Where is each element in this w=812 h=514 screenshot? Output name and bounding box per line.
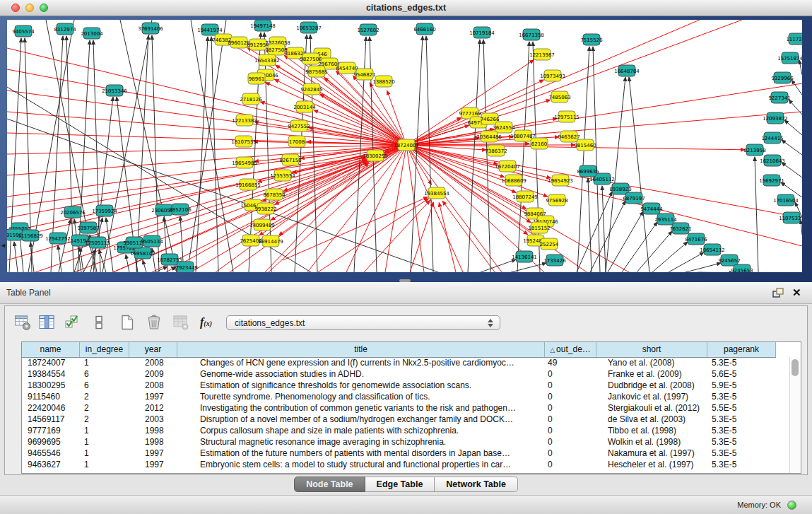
network-node[interactable]: 9405574	[12, 25, 35, 37]
left-splitter-collapse-icon[interactable]: ◄	[0, 241, 7, 250]
network-node[interactable]: 9938222	[254, 203, 276, 214]
network-node[interactable]: 7515526	[580, 34, 603, 45]
network-node[interactable]: 10654112	[700, 244, 725, 255]
column-header-name[interactable]: name	[22, 342, 80, 357]
network-node[interactable]: 8427552	[288, 120, 310, 132]
tab-network-table[interactable]: Network Table	[435, 477, 518, 492]
network-node[interactable]: 12093872	[763, 112, 788, 124]
network-node[interactable]: 19654923	[548, 175, 573, 186]
column-header-year[interactable]: year	[129, 342, 177, 357]
table-row[interactable]: 1830029562008Estimation of significance …	[22, 380, 789, 391]
network-node[interactable]: 9875685	[305, 66, 327, 77]
network-node[interactable]: 37691406	[138, 23, 163, 34]
network-node[interactable]: 16914479	[258, 235, 283, 247]
column-header-pagerank[interactable]: pagerank	[707, 342, 776, 357]
network-node[interactable]: 7632621	[669, 223, 691, 234]
network-node[interactable]: 19654985	[232, 157, 257, 168]
network-node[interactable]: 16543382	[254, 54, 280, 66]
column-header-out_de[interactable]: △out_de…	[545, 342, 596, 357]
function-builder-button[interactable]: f(x)	[200, 316, 212, 329]
table-row[interactable]: 911546021997Tourette syndrome. Phenomeno…	[22, 391, 789, 402]
network-node[interactable]: 2718126	[240, 93, 262, 105]
float-panel-icon[interactable]	[772, 287, 784, 298]
network-node[interactable]: 9756928	[546, 194, 567, 206]
table-selector[interactable]: citations_edges.txt	[226, 315, 500, 330]
network-node[interactable]: 16648784	[614, 65, 640, 76]
network-node[interactable]: 14099489	[249, 219, 275, 230]
network-node[interactable]: 1388520	[372, 76, 394, 87]
network-node[interactable]: 62160	[531, 138, 548, 149]
network-node[interactable]: 7485063	[548, 91, 570, 103]
column-header-title[interactable]: title	[177, 342, 545, 357]
table-row[interactable]: 2242004622012Investigating the contribut…	[22, 402, 789, 414]
table-row[interactable]: 977716911998Corpus callosum shape and si…	[22, 425, 789, 436]
network-node[interactable]: 21053346	[102, 85, 127, 96]
network-node[interactable]: 15692971	[759, 175, 784, 186]
network-node[interactable]: 2013004	[81, 28, 103, 39]
network-node[interactable]: 10719184	[469, 27, 495, 38]
network-node[interactable]: 19497148	[250, 20, 276, 31]
network-node[interactable]: 14136141	[512, 251, 537, 262]
network-node[interactable]: 9227341	[768, 92, 790, 103]
network-node[interactable]: 6466160	[413, 23, 435, 35]
network-node[interactable]: 1244415	[761, 132, 783, 144]
new-column-button[interactable]	[117, 312, 138, 333]
network-node[interactable]: 8471676	[685, 233, 707, 245]
network-node[interactable]: 10973493	[540, 70, 565, 81]
network-node[interactable]: 2003144	[293, 101, 316, 112]
network-node[interactable]: 1117264	[786, 33, 802, 45]
network-node[interactable]: 19384554	[424, 187, 449, 199]
network-node[interactable]: 12975115	[554, 111, 579, 122]
delete-column-button[interactable]	[143, 312, 165, 333]
network-node[interactable]: 17008	[288, 136, 305, 147]
column-header-in_degree[interactable]: in_degree	[80, 342, 129, 357]
network-node[interactable]: 1733426	[543, 255, 566, 266]
network-node[interactable]: 1527602	[357, 24, 379, 35]
network-node[interactable]: 8699635	[577, 165, 599, 177]
network-node[interactable]: 17016504	[773, 194, 799, 206]
tab-edge-table[interactable]: Edge Table	[365, 477, 435, 492]
network-node[interactable]: 9505134	[141, 235, 163, 247]
network-node[interactable]: 9463627	[558, 131, 579, 142]
column-settings-button[interactable]	[12, 312, 33, 333]
select-columns-button[interactable]	[36, 312, 57, 333]
close-panel-icon[interactable]: ✕	[792, 287, 805, 298]
network-canvas[interactable]: 9405574831297420130043769140619441974194…	[7, 20, 802, 272]
network-node[interactable]: 8852106	[169, 204, 192, 215]
scrollbar-thumb[interactable]	[792, 359, 799, 376]
table-row[interactable]: 969969511998Structural magnetic resonanc…	[22, 436, 789, 448]
vertical-scrollbar[interactable]	[789, 357, 801, 473]
network-node[interactable]: 9474444	[640, 203, 663, 214]
network-node[interactable]: 18807249	[512, 191, 538, 202]
network-node[interactable]: 8678354	[263, 189, 286, 200]
memory-status-indicator[interactable]	[787, 501, 796, 510]
network-node[interactable]: 16210643	[760, 155, 785, 166]
network-node[interactable]: 9397587	[77, 222, 99, 233]
network-node[interactable]: 10653287	[296, 22, 322, 33]
network-node[interactable]: 252254	[540, 238, 559, 250]
network-node[interactable]: 16671358	[519, 29, 544, 40]
table-row[interactable]: 946362711997Embryonic stem cells: a mode…	[22, 459, 789, 470]
network-node[interactable]: 9329966	[771, 72, 794, 83]
table-row[interactable]: 946554611997Estimation of the future num…	[22, 448, 789, 459]
network-window-titlebar[interactable]: citations_edges.txt	[0, 0, 812, 16]
network-node[interactable]: 9245653	[731, 264, 753, 272]
network-node[interactable]: 12353554	[270, 170, 295, 181]
network-node[interactable]: 7386372	[485, 145, 507, 156]
network-node[interactable]: 6879197	[623, 192, 645, 204]
network-node[interactable]: 15751874	[777, 52, 802, 64]
network-node[interactable]: 9242845	[300, 83, 322, 95]
network-node[interactable]: 1815152	[528, 222, 550, 233]
network-node[interactable]: 19166855	[235, 179, 261, 190]
table-row[interactable]: 1456911722003Disruption of a novel membe…	[22, 414, 789, 425]
delete-table-button[interactable]	[170, 312, 192, 333]
table-row[interactable]: 1872400712008Changes of HCN gene express…	[22, 357, 789, 368]
network-node[interactable]: 9815460	[574, 139, 596, 151]
network-node[interactable]: 98961	[248, 73, 265, 84]
network-node[interactable]: 8213958	[743, 144, 765, 156]
clear-selection-button[interactable]	[88, 312, 110, 333]
table-row[interactable]: 1938455462009Genome-wide association stu…	[22, 368, 789, 380]
network-node[interactable]: 8267150	[279, 154, 301, 165]
network-node[interactable]: 18107553	[231, 136, 257, 147]
column-header-short[interactable]: short	[596, 342, 707, 357]
